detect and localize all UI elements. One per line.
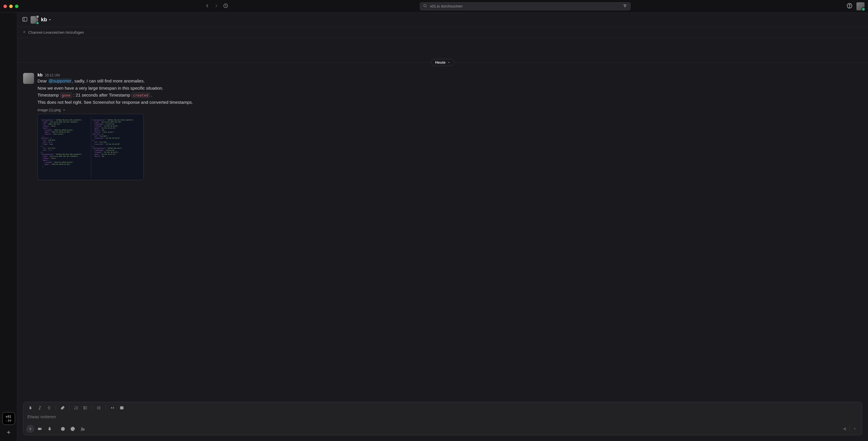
filter-icon[interactable] <box>623 3 627 9</box>
send-button[interactable] <box>840 425 849 433</box>
composer-actions <box>23 423 862 435</box>
link-button[interactable] <box>58 404 67 412</box>
svg-point-3 <box>625 5 626 6</box>
strikethrough-button[interactable] <box>45 404 53 412</box>
history-back-button[interactable] <box>205 3 210 9</box>
attachment-name-button[interactable]: image (1).png <box>37 108 862 112</box>
blockquote-button[interactable] <box>95 404 103 412</box>
date-divider-button[interactable]: Heute <box>431 59 455 66</box>
svg-point-4 <box>624 6 625 7</box>
svg-point-2 <box>624 4 624 5</box>
composer-input[interactable]: Etwas notieren <box>23 414 862 423</box>
message-author[interactable]: kb <box>37 72 43 77</box>
format-toggle-button[interactable] <box>78 425 87 433</box>
close-window-button[interactable] <box>3 5 7 8</box>
mention[interactable]: @supporter <box>48 78 72 83</box>
mic-button[interactable] <box>45 425 54 433</box>
channel-name-text: kb <box>41 17 47 23</box>
svg-rect-7 <box>23 17 27 21</box>
svg-point-9 <box>84 408 84 408</box>
svg-point-15 <box>62 428 62 429</box>
channel-header: kb <box>17 13 868 27</box>
workspace-label-line1: v01 <box>6 415 11 418</box>
add-bookmark-button[interactable]: Channel-Lesezeichen hinzufügen <box>17 27 868 38</box>
attachment: image (1).png "configuration": "a873bd-2… <box>37 108 862 180</box>
svg-point-1 <box>424 4 426 7</box>
italic-button[interactable] <box>35 404 44 412</box>
workspace-sidebar: v01 .io <box>0 13 17 441</box>
window-controls <box>3 5 19 8</box>
format-toolbar <box>23 402 862 414</box>
caret-down-icon <box>62 108 66 112</box>
composer: Etwas notieren <box>23 402 862 435</box>
svg-rect-11 <box>120 406 124 409</box>
attachment-preview[interactable]: "configuration": "a873bd-28a-4bc1-89a-1d… <box>37 114 144 180</box>
fullscreen-window-button[interactable] <box>15 5 19 8</box>
attach-button[interactable] <box>26 425 34 433</box>
svg-point-14 <box>61 427 65 431</box>
bullet-list-button[interactable] <box>81 404 90 412</box>
history-nav <box>205 3 228 9</box>
inline-code: created <box>131 93 150 98</box>
add-workspace-button[interactable] <box>3 427 14 438</box>
svg-rect-12 <box>38 428 40 430</box>
history-clock-button[interactable] <box>223 3 228 9</box>
code-block-button[interactable] <box>118 404 126 412</box>
chevron-down-icon <box>48 18 52 22</box>
workspace-label-line2: .io <box>6 418 11 422</box>
channel-name-button[interactable]: kb <box>41 17 52 23</box>
message-text: Dear @supporter, sadly, I can still find… <box>37 78 862 105</box>
inline-code: gone <box>60 93 72 98</box>
date-label: Heute <box>435 60 445 65</box>
svg-point-10 <box>84 409 84 409</box>
mention-button[interactable] <box>68 425 77 433</box>
message-list: Heute kb 16:11 Uhr Dear @supporter, sadl… <box>17 38 868 402</box>
plus-icon <box>23 30 26 35</box>
emoji-button[interactable] <box>59 425 67 433</box>
message-timestamp: 16:11 Uhr <box>45 73 60 77</box>
dm-avatar <box>31 16 38 24</box>
search-icon <box>423 4 427 9</box>
search-box[interactable] <box>420 2 630 10</box>
chevron-down-icon <box>447 61 450 64</box>
toggle-sidebar-icon[interactable] <box>22 16 28 23</box>
bold-button[interactable] <box>26 404 35 412</box>
user-avatar[interactable] <box>857 2 865 10</box>
message-avatar[interactable] <box>23 73 34 84</box>
search-input[interactable] <box>430 4 620 8</box>
help-button[interactable] <box>847 3 852 10</box>
bookmark-label: Channel-Lesezeichen hinzufügen <box>28 30 84 35</box>
send-options-button[interactable] <box>850 425 859 433</box>
ordered-list-button[interactable] <box>72 404 81 412</box>
svg-point-8 <box>84 406 84 407</box>
workspace-switcher[interactable]: v01 .io <box>2 412 15 425</box>
message-row: kb 16:11 Uhr Dear @supporter, sadly, I c… <box>17 71 868 181</box>
video-button[interactable] <box>35 425 44 433</box>
history-forward-button[interactable] <box>214 3 219 9</box>
code-button[interactable] <box>108 404 117 412</box>
titlebar <box>0 0 868 13</box>
attachment-filename: image (1).png <box>37 108 61 112</box>
svg-point-6 <box>849 7 850 7</box>
minimize-window-button[interactable] <box>9 5 13 8</box>
